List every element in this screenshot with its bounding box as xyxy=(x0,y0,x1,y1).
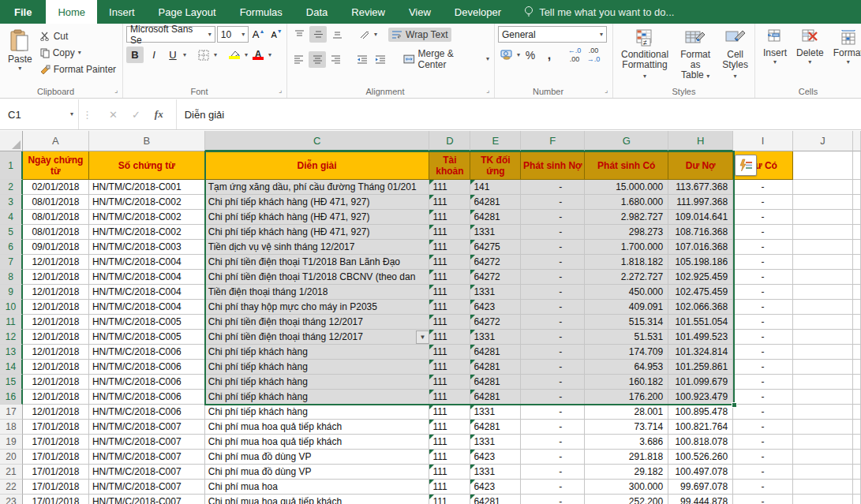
tab-data[interactable]: Data xyxy=(294,0,339,24)
row-header-13[interactable]: 13 xyxy=(0,345,23,360)
paste-button[interactable]: Paste ▾ xyxy=(3,26,37,84)
row-header-19[interactable]: 19 xyxy=(0,435,23,450)
cell-F10[interactable]: - xyxy=(521,300,585,315)
cell-G10[interactable]: 409.091 xyxy=(585,300,668,315)
cell-I20[interactable]: - xyxy=(733,450,793,465)
bold-button[interactable]: B xyxy=(126,47,144,63)
cell-K16[interactable] xyxy=(853,390,861,405)
percent-style-button[interactable]: % xyxy=(522,47,539,63)
flash-fill-options-button[interactable] xyxy=(735,155,757,176)
cell-E10[interactable]: 6423 xyxy=(470,300,521,315)
cell-B18[interactable]: HN/TM/C/2018-C007 xyxy=(89,420,205,435)
cell-F20[interactable]: - xyxy=(521,450,585,465)
cell-D10[interactable]: 111 xyxy=(429,300,470,315)
cell-J9[interactable] xyxy=(793,285,853,300)
cell-C21[interactable]: Chi phí mua đồ dùng VP xyxy=(205,465,430,480)
cell-D12[interactable]: 111 xyxy=(429,330,470,345)
cell-K5[interactable] xyxy=(853,225,861,240)
cell-G19[interactable]: 3.686 xyxy=(585,435,668,450)
cell-E23[interactable]: 64281 xyxy=(470,495,521,504)
cell-J18[interactable] xyxy=(793,420,853,435)
tab-review[interactable]: Review xyxy=(339,0,397,24)
cell-C5[interactable]: Chi phí tiếp khách hàng (HĐ 471, 927) xyxy=(205,225,430,240)
underline-caret-icon[interactable]: ▾ xyxy=(183,53,186,58)
cell-I22[interactable]: - xyxy=(733,480,793,495)
row-header-6[interactable]: 6 xyxy=(0,240,23,255)
cell-A8[interactable]: 12/01/2018 xyxy=(23,270,89,285)
cell-I11[interactable]: - xyxy=(733,315,793,330)
cell-B15[interactable]: HN/TM/C/2018-C006 xyxy=(89,375,205,390)
cell-J21[interactable] xyxy=(793,465,853,480)
cell-K15[interactable] xyxy=(853,375,861,390)
fill-handle[interactable] xyxy=(732,402,737,408)
cell-J7[interactable] xyxy=(793,255,853,270)
cell-G11[interactable]: 515.314 xyxy=(585,315,668,330)
cell-H23[interactable]: 99.444.878 xyxy=(668,495,733,504)
fill-color-button[interactable] xyxy=(226,47,243,63)
row-header-18[interactable]: 18 xyxy=(0,420,23,435)
row-header-23[interactable]: 23 xyxy=(0,495,23,504)
clipboard-dialog-launcher[interactable]: ⌟ xyxy=(111,86,121,95)
cell-G4[interactable]: 2.982.727 xyxy=(585,210,668,225)
number-dialog-launcher[interactable]: ⌟ xyxy=(601,86,611,95)
col-header-F[interactable]: F xyxy=(521,131,585,151)
col-header-C[interactable]: C xyxy=(205,131,430,151)
cell-I14[interactable]: - xyxy=(733,360,793,375)
cell-D8[interactable]: 111 xyxy=(429,270,470,285)
cell-C10[interactable]: Chi phí thay hộp mực cho máy in P2035 xyxy=(205,300,430,315)
cell-C1[interactable]: Diễn giải xyxy=(205,151,430,180)
cell-F22[interactable]: - xyxy=(521,480,585,495)
cell-C11[interactable]: Chi phí tiền điện thoại tháng 12/2017 xyxy=(205,315,430,330)
cell-A5[interactable]: 08/01/2018 xyxy=(23,225,89,240)
cell-A17[interactable]: 12/01/2018 xyxy=(23,405,89,420)
cell-K9[interactable] xyxy=(853,285,861,300)
cell-K13[interactable] xyxy=(853,345,861,360)
cell-K14[interactable] xyxy=(853,360,861,375)
cell-F14[interactable]: - xyxy=(521,360,585,375)
cell-G16[interactable]: 176.200 xyxy=(585,390,668,405)
col-header-J[interactable]: J xyxy=(793,131,853,151)
cell-D21[interactable]: 111 xyxy=(429,465,470,480)
cell-G9[interactable]: 450.000 xyxy=(585,285,668,300)
cell-C12[interactable]: Chi phí tiền điện thoại tháng 12/2017 xyxy=(205,330,430,345)
cell-D19[interactable]: 111 xyxy=(429,435,470,450)
row-header-2[interactable]: 2 xyxy=(0,180,23,195)
cell-A12[interactable]: 12/01/2018 xyxy=(23,330,89,345)
col-header-B[interactable]: B xyxy=(89,131,205,151)
cell-A20[interactable]: 17/01/2018 xyxy=(23,450,89,465)
cell-J17[interactable] xyxy=(793,405,853,420)
cell-I6[interactable]: - xyxy=(733,240,793,255)
cell-B6[interactable]: HN/TM/C/2018-C003 xyxy=(89,240,205,255)
cell-I23[interactable]: - xyxy=(733,495,793,504)
cell-J3[interactable] xyxy=(793,195,853,210)
cell-D9[interactable]: 111 xyxy=(429,285,470,300)
cell-H2[interactable]: 113.677.368 xyxy=(668,180,733,195)
cell-D17[interactable]: 111 xyxy=(429,405,470,420)
cell-B12[interactable]: HN/TM/C/2018-C005 xyxy=(89,330,205,345)
cell-B17[interactable]: HN/TM/C/2018-C006 xyxy=(89,405,205,420)
delete-cells-button[interactable]: Delete ▾ xyxy=(792,26,829,84)
cell-B13[interactable]: HN/TM/C/2018-C006 xyxy=(89,345,205,360)
cell-K12[interactable] xyxy=(853,330,861,345)
cell-J10[interactable] xyxy=(793,300,853,315)
cell-F17[interactable]: - xyxy=(521,405,585,420)
cell-K17[interactable] xyxy=(853,405,861,420)
cell-B20[interactable]: HN/TM/C/2018-C007 xyxy=(89,450,205,465)
cell-B5[interactable]: HN/TM/C/2018-C002 xyxy=(89,225,205,240)
cut-button[interactable]: Cut xyxy=(37,29,119,43)
cell-B16[interactable]: HN/TM/C/2018-C006 xyxy=(89,390,205,405)
cell-G6[interactable]: 1.700.000 xyxy=(585,240,668,255)
cell-K8[interactable] xyxy=(853,270,861,285)
cell-J22[interactable] xyxy=(793,480,853,495)
align-left-button[interactable] xyxy=(290,51,307,68)
cell-B4[interactable]: HN/TM/C/2018-C002 xyxy=(89,210,205,225)
cell-J19[interactable] xyxy=(793,435,853,450)
cell-B1[interactable]: Số chứng từ xyxy=(89,151,205,180)
cell-A19[interactable]: 17/01/2018 xyxy=(23,435,89,450)
cell-H3[interactable]: 111.997.368 xyxy=(668,195,733,210)
cell-E8[interactable]: 64272 xyxy=(470,270,521,285)
cell-E21[interactable]: 1331 xyxy=(470,465,521,480)
cell-E5[interactable]: 1331 xyxy=(470,225,521,240)
cell-D23[interactable]: 111 xyxy=(429,495,470,504)
cell-J5[interactable] xyxy=(793,225,853,240)
